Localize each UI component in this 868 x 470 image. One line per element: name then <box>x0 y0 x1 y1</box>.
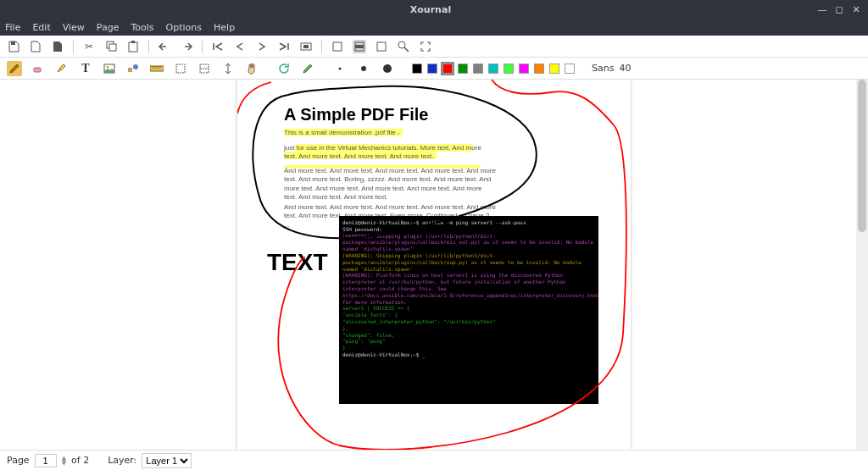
paste-icon[interactable] <box>126 40 140 53</box>
color-cyan[interactable] <box>488 64 498 74</box>
minimize-button[interactable]: — <box>817 4 827 15</box>
cut-icon[interactable]: ✂ <box>82 40 96 53</box>
terminal-line: [WARNING]: Skipping plugin (/usr/lib/pyt… <box>342 252 595 272</box>
open-icon[interactable] <box>51 40 64 53</box>
shapes-tool-icon[interactable] <box>125 61 141 76</box>
app-title: Xournal <box>51 4 810 15</box>
svg-point-27 <box>361 66 366 71</box>
menu-view[interactable]: View <box>63 22 85 33</box>
svg-rect-3 <box>129 42 137 52</box>
svg-point-11 <box>398 41 405 48</box>
color-orange[interactable] <box>534 64 544 74</box>
maximize-button[interactable]: ◻ <box>834 4 844 15</box>
prev-page-icon[interactable] <box>233 40 247 53</box>
color-black[interactable] <box>412 64 422 74</box>
thickness-fine-icon[interactable] <box>332 61 348 76</box>
fit-width-icon[interactable] <box>353 40 366 53</box>
terminal-line: server1 | SUCCESS => { <box>342 305 595 312</box>
fullscreen-icon[interactable] <box>419 40 432 53</box>
thickness-thick-icon[interactable] <box>380 61 395 76</box>
vertical-scrollbar[interactable] <box>856 80 868 450</box>
zoom-out-icon[interactable] <box>299 40 313 53</box>
pdf-paragraph: just for use in the Virtual Mechanics tu… <box>284 144 496 162</box>
pdf-paragraph: This is a small demonstration .pdf file … <box>284 129 496 137</box>
vspace-tool-icon[interactable] <box>220 61 236 76</box>
last-page-icon[interactable] <box>277 40 291 53</box>
terminal-line: [WARNING]: Platform linux on host server… <box>342 272 595 305</box>
reload-icon[interactable] <box>276 61 292 76</box>
zoom-icon[interactable] <box>397 40 410 53</box>
fit-page-icon[interactable] <box>331 40 344 53</box>
thickness-medium-icon[interactable] <box>356 61 371 76</box>
ruler-tool-icon[interactable] <box>149 61 164 76</box>
layer-select[interactable]: Layer 1 <box>142 453 192 468</box>
select-rect-tool-icon[interactable] <box>173 61 188 76</box>
svg-rect-2 <box>109 44 116 51</box>
page-number-input[interactable] <box>35 454 57 467</box>
terminal-line: } <box>342 345 595 351</box>
embedded-image[interactable]: deniz@deniz-VirtualBox:~$ ansible -m pin… <box>339 216 598 404</box>
menu-file[interactable]: File <box>5 22 20 33</box>
menubar: File Edit View Page Tools Options Help <box>0 19 868 36</box>
new-icon[interactable] <box>29 40 42 53</box>
menu-edit[interactable]: Edit <box>32 22 50 33</box>
svg-point-17 <box>133 64 138 69</box>
document-page[interactable]: A Simple PDF File This is a small demons… <box>237 80 631 450</box>
eraser-tool-icon[interactable] <box>31 61 46 76</box>
terminal-line: deniz@deniz-VirtualBox:~$ ansible -m pin… <box>342 219 595 226</box>
zoom-in-icon[interactable] <box>375 40 388 53</box>
default-pen-icon[interactable] <box>300 61 315 76</box>
color-white[interactable] <box>565 64 575 74</box>
terminal-line: }, <box>342 325 595 332</box>
font-size-value[interactable]: 40 <box>619 63 631 74</box>
tool-toolbar: T Sans 40 <box>0 58 868 80</box>
svg-rect-7 <box>333 42 342 51</box>
text-annotation[interactable]: TEXT <box>267 249 328 276</box>
svg-rect-13 <box>34 68 41 72</box>
svg-line-12 <box>404 47 409 52</box>
canvas[interactable]: A Simple PDF File This is a small demons… <box>0 80 868 450</box>
font-family-label[interactable]: Sans <box>592 63 614 74</box>
next-page-icon[interactable] <box>255 40 269 53</box>
terminal-line: "discovered_interpreter_python": "/usr/b… <box>342 318 595 325</box>
main-toolbar: ✂ <box>0 36 868 58</box>
menu-help[interactable]: Help <box>214 22 235 33</box>
terminal-line: [WARNING]: Skipping plugin (/usr/lib/pyt… <box>342 233 595 252</box>
svg-point-26 <box>339 67 342 69</box>
color-gray[interactable] <box>473 64 483 74</box>
color-blue[interactable] <box>427 64 437 74</box>
svg-rect-4 <box>131 41 135 43</box>
svg-rect-6 <box>303 45 309 48</box>
close-button[interactable]: ✕ <box>851 4 861 15</box>
color-yellow[interactable] <box>549 64 559 74</box>
page-total-label: of 2 <box>71 455 89 466</box>
text-tool-icon[interactable]: T <box>78 61 93 76</box>
color-magenta[interactable] <box>519 64 529 74</box>
menu-options[interactable]: Options <box>166 22 202 33</box>
pencil-tool-icon[interactable] <box>7 61 22 76</box>
menu-tools[interactable]: Tools <box>131 22 153 33</box>
scrollbar-thumb[interactable] <box>858 80 866 232</box>
redo-icon[interactable] <box>180 40 193 53</box>
color-lime[interactable] <box>504 64 514 74</box>
highlighter-tool-icon[interactable] <box>54 61 70 76</box>
terminal-line: SSH password: <box>342 226 595 233</box>
page-spin-down-icon[interactable]: ▼ <box>62 461 66 466</box>
hand-tool-icon[interactable] <box>244 61 259 76</box>
image-tool-icon[interactable] <box>102 61 117 76</box>
color-red[interactable] <box>442 64 453 74</box>
select-region-tool-icon[interactable] <box>197 61 212 76</box>
layer-label: Layer: <box>108 455 136 466</box>
first-page-icon[interactable] <box>211 40 225 53</box>
svg-rect-0 <box>11 41 15 45</box>
save-icon[interactable] <box>7 40 20 53</box>
color-green[interactable] <box>458 64 468 74</box>
copy-icon[interactable] <box>104 40 118 53</box>
titlebar: Xournal — ◻ ✕ <box>0 0 868 19</box>
menu-page[interactable]: Page <box>97 22 120 33</box>
svg-rect-16 <box>128 68 132 72</box>
svg-rect-10 <box>377 42 386 51</box>
svg-rect-18 <box>150 66 164 71</box>
undo-icon[interactable] <box>158 40 171 53</box>
svg-rect-23 <box>176 64 185 73</box>
